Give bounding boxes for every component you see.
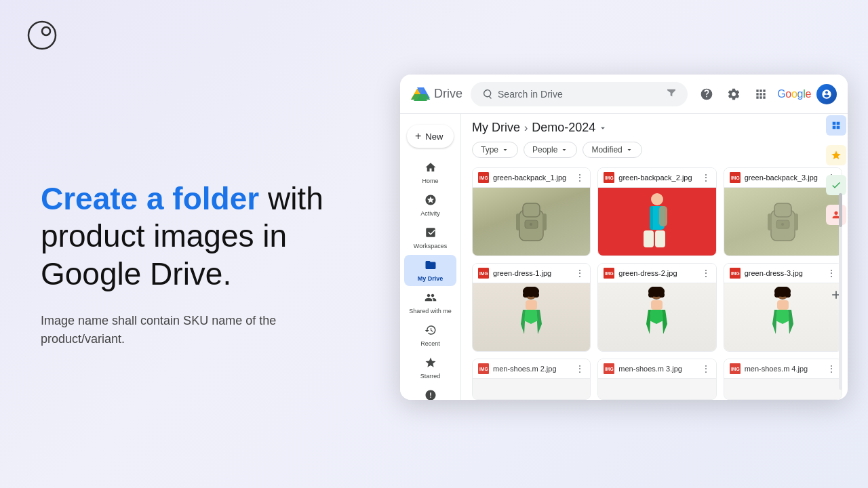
svg-point-35: [534, 292, 539, 298]
svg-point-27: [781, 223, 784, 226]
woman-dress1-illustration: [516, 287, 547, 348]
svg-rect-28: [768, 214, 772, 230]
star-panel-icon: [831, 150, 842, 161]
apps-button[interactable]: [750, 83, 772, 105]
sidebar-item-spam[interactable]: Spam: [404, 385, 456, 400]
scrollbar-track[interactable]: [839, 193, 842, 390]
file-header-shoes3: IMG men-shoes.m 4.jpg ⋮: [724, 359, 842, 379]
more-options-dress1[interactable]: ⋮: [575, 268, 585, 279]
file-header-shoes1: IMG men-shoes.m 2.jpg ⋮: [473, 359, 590, 379]
svg-point-49: [785, 292, 791, 298]
drive-triangle-icon: [411, 86, 430, 102]
account-avatar[interactable]: [816, 84, 837, 104]
preview-shoes2: [598, 379, 715, 399]
sidebar-item-home[interactable]: Home: [404, 157, 456, 188]
sidebar-item-recent[interactable]: Recent: [404, 320, 456, 351]
header-icons: Google: [696, 83, 837, 105]
chevron-down-icon: [598, 123, 608, 133]
filter-people[interactable]: People: [524, 142, 577, 158]
drive-body: + New Home Activity Workspaces: [400, 114, 848, 400]
svg-text:IMG: IMG: [479, 367, 488, 371]
filter-type-chevron: [501, 146, 509, 154]
filter-type[interactable]: Type: [472, 142, 518, 158]
svg-rect-20: [655, 230, 665, 247]
main-headline: Create a folder withproduct images inGoo…: [41, 180, 353, 293]
drive-window: Drive Search in Drive: [400, 75, 848, 400]
help-button[interactable]: [696, 83, 717, 105]
more-options-shoes2[interactable]: ⋮: [701, 363, 711, 374]
image-file-icon: IMG: [478, 172, 489, 183]
more-options-shoes3[interactable]: ⋮: [827, 363, 836, 374]
new-label: New: [425, 131, 443, 142]
grid-row-1: IMG green-backpack_1.jpg ⋮: [472, 167, 842, 256]
breadcrumb-separator: ›: [524, 122, 528, 134]
check-panel-button[interactable]: [826, 175, 846, 195]
preview-dress1: [473, 283, 590, 351]
more-options-backpack1[interactable]: ⋮: [575, 172, 585, 183]
person-illustration: [640, 191, 674, 252]
file-item-backpack1[interactable]: IMG green-backpack_1.jpg ⋮: [472, 167, 591, 256]
filter-modified[interactable]: Modified: [583, 142, 642, 158]
svg-rect-43: [651, 300, 663, 310]
new-button[interactable]: + New: [407, 125, 454, 148]
sidebar-label-workspaces: Workspaces: [414, 243, 447, 249]
workspaces-icon: [425, 226, 437, 241]
person-panel-button[interactable]: [826, 205, 846, 225]
file-item-shoes2[interactable]: IMG men-shoes.m 3.jpg ⋮: [597, 359, 716, 400]
sidebar-label-shared: Shared with me: [409, 308, 452, 314]
filename-backpack1: green-backpack_1.jpg: [493, 174, 571, 182]
sidebar-item-shared[interactable]: Shared with me: [404, 287, 456, 319]
filter-people-label: People: [532, 145, 557, 155]
sidebar-item-my-drive[interactable]: My Drive: [404, 255, 456, 286]
file-header-backpack1: IMG green-backpack_1.jpg ⋮: [473, 168, 590, 188]
image-file-icon-8: IMG: [604, 363, 614, 374]
file-header-backpack3: IMG green-backpack_3.jpg ⋮: [724, 168, 842, 188]
woman-dress3-illustration: [768, 287, 798, 348]
file-item-backpack2[interactable]: IMG green-backpack_2.jpg ⋮: [597, 167, 716, 256]
file-item-shoes1[interactable]: IMG men-shoes.m 2.jpg ⋮: [472, 359, 591, 400]
star-panel-button[interactable]: [826, 145, 846, 165]
svg-point-42: [659, 292, 665, 298]
preview-backpack1: [473, 188, 590, 256]
search-placeholder: Search in Drive: [498, 89, 563, 100]
filename-dress2: green-dress-2.jpg: [618, 269, 696, 277]
files-grid: IMG green-backpack_1.jpg ⋮: [461, 165, 848, 400]
grid-view-icon: [831, 120, 842, 131]
google-wordmark: Google: [777, 88, 811, 100]
svg-text:IMG: IMG: [731, 367, 740, 371]
search-bar[interactable]: Search in Drive: [471, 82, 688, 106]
more-options-dress2[interactable]: ⋮: [701, 268, 711, 279]
sidebar-label-home: Home: [422, 178, 438, 184]
more-options-backpack2[interactable]: ⋮: [701, 172, 711, 183]
svg-point-16: [651, 193, 663, 205]
sidebar-item-workspaces[interactable]: Workspaces: [404, 222, 456, 253]
breadcrumb-current-folder[interactable]: Demo-2024: [532, 121, 608, 135]
file-item-dress2[interactable]: IMG green-dress-2.jpg ⋮: [597, 263, 716, 352]
sidebar-label-activity: Activity: [420, 210, 440, 217]
svg-rect-50: [777, 300, 789, 310]
more-options-shoes1[interactable]: ⋮: [575, 363, 585, 374]
starred-icon: [425, 357, 437, 371]
preview-backpack3: [724, 188, 842, 256]
file-header-shoes2: IMG men-shoes.m 3.jpg ⋮: [598, 359, 715, 379]
svg-text:IMG: IMG: [731, 176, 740, 180]
grid-view-button[interactable]: [826, 115, 846, 136]
image-file-icon-3: IMG: [730, 172, 741, 183]
file-item-backpack3[interactable]: IMG green-backpack_3.jpg ⋮: [724, 167, 842, 256]
breadcrumb-root[interactable]: My Drive: [472, 121, 520, 135]
file-item-dress1[interactable]: IMG green-dress-1.jpg ⋮: [472, 263, 591, 352]
my-drive-icon: [425, 259, 437, 274]
drive-main: My Drive › Demo-2024 Type People M: [461, 114, 848, 400]
backpack-illustration: [513, 197, 550, 247]
filter-bar: Type People Modified: [461, 139, 848, 165]
search-filter-icon[interactable]: [666, 87, 677, 101]
svg-rect-12: [516, 214, 520, 230]
add-panel-button[interactable]: [826, 285, 846, 305]
image-file-icon-4: IMG: [478, 268, 489, 279]
file-item-shoes3[interactable]: IMG men-shoes.m 4.jpg ⋮: [724, 359, 842, 400]
sidebar-item-starred[interactable]: Starred: [404, 352, 456, 384]
left-panel: Create a folder withproduct images inGoo…: [0, 0, 393, 488]
file-item-dress3[interactable]: IMG green-dress-3.jpg ⋮: [724, 263, 842, 352]
sidebar-item-activity[interactable]: Activity: [404, 190, 456, 221]
settings-button[interactable]: [723, 83, 745, 105]
